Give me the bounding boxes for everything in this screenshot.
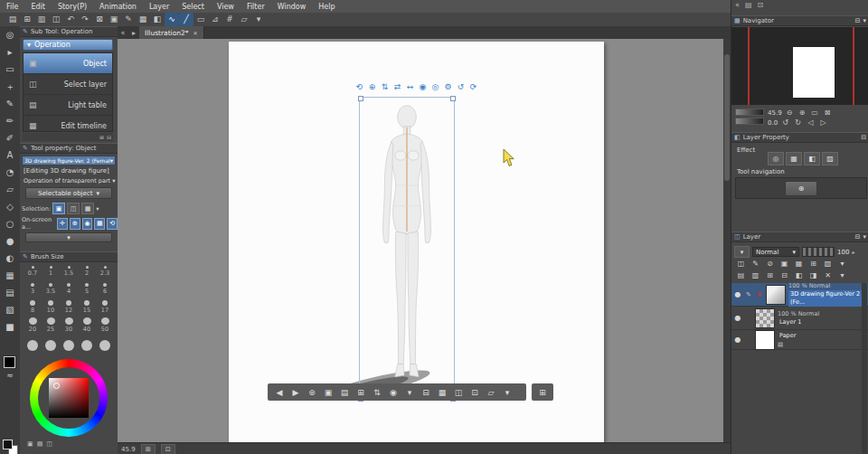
menu-item[interactable]: Layer [143,3,175,11]
onscreen-grid-icon[interactable]: ▦ [94,218,105,230]
effect-icon[interactable]: ▨ [822,152,838,166]
brush-size-swatch[interactable]: 3.5 [42,283,60,298]
panel-control-icon[interactable]: « [735,1,740,9]
document-tab[interactable]: Illustration2* ✕ [139,26,204,39]
layer-lock-icon[interactable]: ▾ [836,260,848,268]
brush-size-swatch[interactable]: 2.3 [96,266,114,281]
brush-size-header[interactable]: ✎ Brush Size [20,251,118,262]
palette-color-icon[interactable]: ▾ [734,246,750,258]
flip-horizontal-icon[interactable]: ◁ [806,118,816,127]
menu-icon[interactable]: ▾ [863,233,866,241]
layer-lock-icon[interactable]: ▦ [793,260,805,268]
flip-vertical-icon[interactable]: ▷ [818,118,828,127]
layer-lock-icon[interactable]: ✎ [750,260,761,268]
command-toolbar-icon[interactable]: ▦ [136,13,150,26]
rotate-left-icon[interactable]: ↺ [780,118,790,127]
brush-size-swatch[interactable]: 50 [96,317,114,333]
manipulation-icon[interactable]: ⊕ [367,82,377,91]
onscreen-move-icon[interactable]: ✛ [57,218,68,230]
layer-command-icon[interactable]: ⊞ [764,271,776,279]
layer-command-icon[interactable]: ▤ [735,271,747,279]
brush-size-swatch[interactable]: 6 [96,283,114,298]
menu-item[interactable]: Story(P) [52,3,93,11]
manipulation-icon[interactable]: ⇄ [392,82,402,91]
minimize-icon[interactable]: ⊟ [855,17,861,24]
brush-size-swatch[interactable]: 1 [42,266,60,281]
layer-row-3d-figure[interactable]: ● ✎ ✕ 100 % Normal 3D drawing figure-Ver… [731,283,868,307]
tool-icon[interactable]: ＋ [5,78,14,95]
effect-icon[interactable]: ◧ [804,152,820,166]
manipulation-icon[interactable]: ◉ [418,82,428,91]
layer-name[interactable]: Layer 1 [778,318,867,326]
panel-option-icon[interactable]: ▤ [37,440,43,448]
manipulation-icon[interactable]: ⟳ [468,82,478,91]
brush-size-swatch[interactable]: 20 [24,317,42,333]
visibility-eye-icon[interactable]: ● [733,314,742,322]
rotate-right-icon[interactable]: ↻ [793,118,803,127]
subtool-minibar-icon[interactable]: ⊟ [107,134,111,140]
tool-property-header[interactable]: ✎ Tool property: Object [20,143,118,154]
opacity-slider[interactable] [802,247,835,257]
panel-control-icon[interactable]: ▤ [745,1,752,9]
zoom-in-icon[interactable]: ⊕ [797,109,807,117]
layer-row-layer1[interactable]: ● 100 % Normal Layer 1 [731,307,868,330]
selection-mode-2[interactable]: ◫ [67,203,80,214]
foreground-color-swatch[interactable] [4,356,15,368]
command-toolbar-icon[interactable]: ↷ [78,13,92,26]
subtool-panel-header[interactable]: ✎ Sub Tool: Operation [20,26,118,37]
panel-control-icon[interactable]: ⊡ [757,1,763,9]
spinner-icon[interactable]: ▸ [852,249,854,255]
gradient-tool-icon[interactable]: ≈ [1,371,19,380]
manipulation-icon[interactable]: ↺ [456,82,466,91]
layer-row-paper[interactable]: ● Paper ▤ [731,330,868,350]
navigator-sliders[interactable] [735,109,764,125]
command-toolbar-icon[interactable]: ◫ [49,13,63,26]
menu-item[interactable]: View [211,3,241,11]
object-launcher-icon[interactable]: ▤ [337,388,352,397]
brush-size-swatch[interactable]: 8 [24,300,42,316]
object-launcher-icon[interactable]: ⇅ [370,388,384,397]
brush-size-swatch[interactable]: 10 [42,300,60,316]
object-launcher-icon[interactable]: ⊛ [305,388,319,397]
layer-thumbnail[interactable] [766,285,786,305]
figure-preset-combo[interactable]: 3D drawing figure-Ver. 2 (Female) ▾ [22,156,116,166]
command-toolbar-icon[interactable]: ▥ [34,13,49,26]
command-toolbar-icon[interactable]: ▤ [5,13,20,26]
3d-figure[interactable] [360,98,454,400]
tool-icon[interactable]: ○ [6,215,14,232]
onscreen-zoom-icon[interactable]: ⊕ [70,218,80,230]
menu-icon[interactable]: ▾ [863,17,866,24]
selectable-object-dropdown[interactable]: Selectable object ▾ [25,187,112,199]
subtool-group-operation[interactable]: ▾ Operation [23,39,113,51]
visibility-eye-icon[interactable]: ● [733,290,742,298]
tool-icon[interactable]: ▦ [5,267,14,284]
selection-handle[interactable] [450,96,456,101]
object-launcher-icon[interactable]: ⊟ [419,388,433,397]
canvas-viewport[interactable]: ⟲⊕⇅⇄↔◉◎⚙↺⟳ [118,39,723,442]
object-launcher-extra[interactable]: ⊞ [532,383,553,401]
layer-lock-icon[interactable]: ◫ [735,260,747,268]
tool-icon[interactable]: ▭ [5,61,14,78]
command-toolbar-icon[interactable]: ▭ [193,13,208,26]
layer-panel-header[interactable]: ◫ Layer ⊟ ▾ [731,232,868,242]
tool-icon[interactable]: ▤ [5,284,14,301]
menu-item[interactable]: Help [312,3,341,11]
blend-mode-dropdown[interactable]: Normal ▾ [752,247,799,257]
zoom-out-icon[interactable]: ⊖ [785,109,795,117]
navigator-header[interactable]: ▦ Navigator ⊟ ▾ [731,15,868,26]
actual-pixels-icon[interactable]: ⊠ [823,109,833,117]
onscreen-rotate-icon[interactable]: ⟲ [107,218,118,230]
command-toolbar-icon[interactable]: ▱ [237,13,251,26]
manipulation-icon[interactable]: ⟲ [354,82,364,91]
object-launcher-icon[interactable]: ▣ [321,388,335,397]
command-toolbar-icon[interactable]: ⊞ [20,13,34,26]
layer-lock-icon[interactable]: ▣ [778,260,790,268]
tool-icon[interactable]: ◐ [6,250,14,267]
visibility-eye-icon[interactable]: ● [733,336,742,344]
layer-command-icon[interactable]: ▾ [836,271,848,279]
minimize-icon[interactable]: ⊟ [855,233,861,241]
layer-command-icon[interactable]: ▥ [750,271,761,279]
tool-icon[interactable]: ✎ [6,95,14,112]
color-picker-marker[interactable] [53,383,60,389]
onscreen-target-icon[interactable]: ◉ [82,218,93,230]
